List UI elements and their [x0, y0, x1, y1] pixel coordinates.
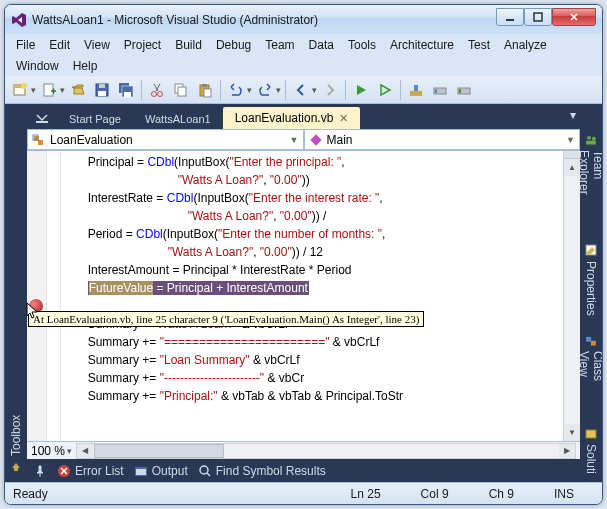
menu-tools[interactable]: Tools: [341, 36, 383, 54]
dropdown-icon[interactable]: ▾: [60, 85, 65, 95]
status-bar: Ready Ln 25 Col 9 Ch 9 INS: [5, 482, 602, 504]
scroll-thumb[interactable]: [94, 444, 224, 458]
svg-rect-39: [591, 340, 596, 345]
save-all-button[interactable]: [115, 79, 137, 101]
right-dock: Team Explorer Properties Class View Solu…: [580, 104, 602, 482]
horizontal-scrollbar[interactable]: ◀▶: [76, 443, 576, 459]
svg-rect-8: [98, 91, 106, 96]
dropdown-icon[interactable]: ▾: [247, 85, 252, 95]
maximize-button[interactable]: [524, 8, 552, 26]
toolbox-tab[interactable]: Toolbox: [7, 411, 25, 478]
svg-point-12: [152, 91, 157, 96]
save-button[interactable]: [91, 79, 113, 101]
new-project-button[interactable]: [9, 79, 31, 101]
pin-icon[interactable]: [33, 464, 47, 478]
dropdown-icon[interactable]: ▾: [276, 85, 281, 95]
add-item-button[interactable]: [38, 79, 60, 101]
step-into-button[interactable]: [374, 79, 396, 101]
class-view-tab[interactable]: Class View: [582, 330, 600, 412]
svg-point-13: [158, 91, 163, 96]
close-tab-icon[interactable]: ✕: [339, 112, 348, 125]
svg-rect-7: [99, 84, 105, 88]
dropdown-icon[interactable]: ▾: [31, 85, 36, 95]
menu-analyze[interactable]: Analyze: [497, 36, 554, 54]
menu-build[interactable]: Build: [168, 36, 209, 54]
zoom-level[interactable]: 100 %: [31, 444, 65, 458]
output-tab[interactable]: Output: [134, 464, 188, 478]
window-title: WattsALoan1 - Microsoft Visual Studio (A…: [32, 13, 496, 27]
paste-button[interactable]: [194, 79, 216, 101]
svg-rect-24: [459, 89, 461, 93]
svg-rect-0: [506, 19, 514, 21]
menu-debug[interactable]: Debug: [209, 36, 258, 54]
config-button[interactable]: [429, 79, 451, 101]
dropdown-icon[interactable]: ▼: [566, 135, 575, 145]
class-combo[interactable]: LoanEvaluation▼: [27, 129, 304, 150]
outlining-margin[interactable]: [47, 151, 61, 441]
svg-rect-1: [534, 13, 542, 21]
vertical-scrollbar[interactable]: ▲ ▼: [563, 151, 580, 441]
dropdown-icon[interactable]: ▼: [290, 135, 299, 145]
dropdown-icon[interactable]: ▾: [312, 85, 317, 95]
menu-edit[interactable]: Edit: [42, 36, 77, 54]
menu-window[interactable]: Window: [9, 57, 66, 75]
menu-data[interactable]: Data: [302, 36, 341, 54]
splitter-handle[interactable]: [564, 151, 580, 159]
menu-help[interactable]: Help: [66, 57, 105, 75]
error-list-tab[interactable]: Error List: [57, 464, 124, 478]
menu-team[interactable]: Team: [258, 36, 301, 54]
breakpoint-margin[interactable]: [27, 151, 47, 441]
open-button[interactable]: [67, 79, 89, 101]
find-symbol-tab[interactable]: Find Symbol Results: [198, 464, 326, 478]
svg-point-4: [21, 83, 27, 89]
code-area[interactable]: Principal = CDbl(InputBox("Enter the pri…: [61, 151, 563, 441]
navigation-combos: LoanEvaluation▼ Main▼: [27, 129, 580, 151]
titlebar[interactable]: WattsALoan1 - Microsoft Visual Studio (A…: [5, 5, 602, 34]
svg-rect-17: [202, 84, 207, 87]
cut-button[interactable]: [146, 79, 168, 101]
svg-rect-27: [38, 140, 43, 145]
nav-back-button[interactable]: [290, 79, 312, 101]
member-combo[interactable]: Main▼: [304, 129, 581, 150]
svg-rect-19: [414, 85, 418, 92]
breakpoint-tooltip: At LoanEvaluation.vb, line 25 character …: [28, 311, 424, 327]
code-editor[interactable]: Principal = CDbl(InputBox("Enter the pri…: [27, 151, 580, 441]
bottom-tool-tabs: Error List Output Find Symbol Results: [27, 459, 580, 482]
svg-rect-29: [310, 134, 321, 145]
copy-button[interactable]: [170, 79, 192, 101]
nav-fwd-button[interactable]: [319, 79, 341, 101]
dropdown-icon[interactable]: ▾: [67, 446, 72, 456]
svg-rect-20: [410, 91, 422, 96]
scroll-down-button[interactable]: ▼: [564, 424, 580, 441]
toolbar: ▾ ▾ ▾ ▾ ▾: [5, 76, 602, 104]
undo-button[interactable]: [225, 79, 247, 101]
comment-button[interactable]: [453, 79, 475, 101]
scroll-up-button[interactable]: ▲: [564, 159, 580, 176]
menu-view[interactable]: View: [77, 36, 117, 54]
redo-button[interactable]: [254, 79, 276, 101]
method-icon: [309, 133, 323, 147]
left-dock: Toolbox: [5, 104, 27, 482]
svg-rect-40: [586, 430, 596, 438]
team-explorer-tab[interactable]: Team Explorer: [582, 129, 600, 229]
start-button[interactable]: [350, 79, 372, 101]
properties-tab[interactable]: Properties: [582, 239, 600, 320]
solution-explorer-tab[interactable]: Soluti: [582, 422, 600, 478]
scroll-right-button[interactable]: ▶: [559, 444, 575, 458]
menu-project[interactable]: Project: [117, 36, 168, 54]
menu-bar-2: Window Help: [5, 56, 602, 76]
svg-rect-25: [36, 121, 48, 123]
scroll-left-button[interactable]: ◀: [77, 444, 93, 458]
tab-loanevaluation[interactable]: LoanEvaluation.vb✕: [223, 107, 361, 129]
tab-overflow-icon[interactable]: ▾: [570, 108, 576, 122]
menu-file[interactable]: File: [9, 36, 42, 54]
nav-dropdown-icon[interactable]: [31, 107, 53, 129]
svg-rect-38: [586, 337, 591, 342]
tab-start-page[interactable]: Start Page: [57, 109, 133, 129]
close-button[interactable]: [552, 8, 596, 26]
minimize-button[interactable]: [496, 8, 524, 26]
tab-wattsaloan1[interactable]: WattsALoan1: [133, 109, 223, 129]
find-button[interactable]: [405, 79, 427, 101]
menu-architecture[interactable]: Architecture: [383, 36, 461, 54]
menu-test[interactable]: Test: [461, 36, 497, 54]
